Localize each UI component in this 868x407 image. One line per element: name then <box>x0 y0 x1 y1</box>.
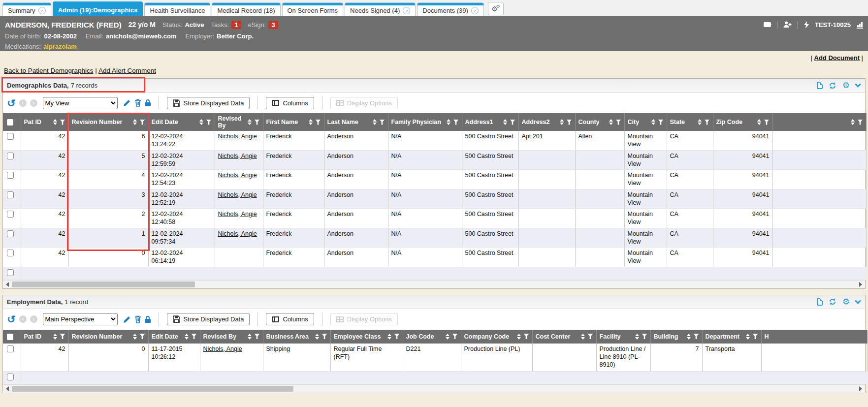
filter-icon[interactable] <box>658 120 664 125</box>
sort-icon[interactable] <box>248 334 252 340</box>
row-checkbox[interactable] <box>7 230 14 237</box>
row-checkbox[interactable] <box>7 250 14 256</box>
popout-icon[interactable]: ↗ <box>403 7 410 14</box>
scroll-right-button[interactable] <box>857 281 865 288</box>
video-camera-icon[interactable] <box>764 22 771 27</box>
horizontal-scrollbar[interactable] <box>3 280 865 288</box>
select-all-checkbox[interactable] <box>7 119 13 125</box>
revised-by-link[interactable]: Nichols, Angie <box>203 345 242 352</box>
filter-icon[interactable] <box>60 334 65 339</box>
sort-icon[interactable] <box>53 119 57 125</box>
lock-icon[interactable] <box>145 316 151 323</box>
add-alert-comment-link[interactable]: Add Alert Comment <box>98 67 156 74</box>
column-header-job-code[interactable]: Job Code <box>403 330 461 344</box>
filter-icon[interactable] <box>255 120 260 125</box>
tab-health-surveillance[interactable]: Health Surveillance <box>144 2 210 16</box>
sort-icon[interactable] <box>851 119 855 125</box>
column-header-facility[interactable]: Facility <box>596 330 650 344</box>
sort-icon[interactable] <box>315 334 319 340</box>
sort-icon[interactable] <box>687 334 691 340</box>
column-header-zip-code[interactable]: Zip Code <box>713 113 772 131</box>
new-row-checkbox[interactable] <box>7 269 14 276</box>
column-header-building[interactable]: Building <box>650 330 702 344</box>
column-header-revision-number[interactable]: Revision Number <box>68 113 148 131</box>
sort-icon[interactable] <box>133 119 137 125</box>
tab-medical-record-18[interactable]: Medical Record (18) <box>212 2 280 16</box>
new-document-icon[interactable] <box>817 82 823 89</box>
sort-icon[interactable] <box>517 334 521 340</box>
sort-icon[interactable] <box>581 334 585 340</box>
select-all-checkbox[interactable] <box>7 334 13 340</box>
filter-icon[interactable] <box>510 120 515 125</box>
revised-by-link[interactable]: Nichols, Angie <box>218 230 257 237</box>
scroll-right-button[interactable] <box>857 385 865 393</box>
row-checkbox[interactable] <box>7 153 14 159</box>
column-header-company-code[interactable]: Company Code <box>461 330 532 344</box>
filter-icon[interactable] <box>380 120 385 125</box>
filter-icon[interactable] <box>316 120 321 125</box>
filter-icon[interactable] <box>524 334 529 339</box>
filter-icon[interactable] <box>694 334 699 339</box>
sort-icon[interactable] <box>373 119 377 125</box>
column-header-revised-by[interactable]: Revised By <box>200 330 263 344</box>
column-header-address2[interactable]: Address2 <box>518 113 575 131</box>
sort-icon[interactable] <box>199 119 203 125</box>
sort-icon[interactable] <box>248 119 252 125</box>
sort-icon[interactable] <box>609 119 613 125</box>
scroll-thumb[interactable] <box>12 282 195 287</box>
row-checkbox[interactable] <box>7 191 14 198</box>
columns-button[interactable]: Columns <box>266 313 314 325</box>
next-view-icon[interactable]: › <box>30 315 37 323</box>
delete-trash-icon[interactable] <box>134 315 141 323</box>
column-header-cost-center[interactable]: Cost Center <box>532 330 596 344</box>
column-header-state[interactable]: State <box>667 113 713 131</box>
row-checkbox[interactable] <box>7 345 14 352</box>
column-header-edit-date[interactable]: Edit Date <box>148 113 215 131</box>
scroll-thumb[interactable] <box>12 386 293 392</box>
sort-icon[interactable] <box>447 119 450 125</box>
tab-on-screen-forms[interactable]: On Screen Forms <box>282 2 344 16</box>
revised-by-link[interactable]: Nichols, Angie <box>218 191 257 198</box>
filter-icon[interactable] <box>453 120 459 125</box>
edit-pencil-icon[interactable] <box>123 99 131 107</box>
filter-icon[interactable] <box>140 120 145 125</box>
revised-by-link[interactable]: Nichols, Angie <box>218 133 257 140</box>
filter-icon[interactable] <box>394 334 400 339</box>
new-document-icon[interactable] <box>817 298 823 306</box>
column-header-city[interactable]: City <box>624 113 667 131</box>
filter-icon[interactable] <box>60 120 65 125</box>
filter-icon[interactable] <box>452 334 458 339</box>
sort-icon[interactable] <box>560 119 564 125</box>
scroll-left-button[interactable] <box>3 281 11 288</box>
previous-view-icon[interactable]: ‹ <box>19 99 27 107</box>
column-header-extra[interactable] <box>772 113 866 131</box>
tab-documents-39[interactable]: Documents (39)↗ <box>417 2 483 16</box>
filter-icon[interactable] <box>764 120 770 125</box>
row-checkbox[interactable] <box>7 133 14 140</box>
column-header-first-name[interactable]: First Name <box>263 113 324 131</box>
filter-icon[interactable] <box>705 120 710 125</box>
sort-icon[interactable] <box>446 334 450 340</box>
filter-icon[interactable] <box>588 334 593 339</box>
column-header-address1[interactable]: Address1 <box>462 113 518 131</box>
row-checkbox[interactable] <box>7 211 14 218</box>
undo-icon[interactable]: ↺ <box>7 98 16 108</box>
sort-icon[interactable] <box>133 334 137 340</box>
edit-pencil-icon[interactable] <box>123 315 131 323</box>
columns-button[interactable]: Columns <box>266 97 314 109</box>
column-header-h[interactable]: H <box>761 330 867 344</box>
refresh-icon[interactable] <box>829 82 836 90</box>
sort-icon[interactable] <box>387 334 391 340</box>
column-header-revised-by[interactable]: Revised By <box>215 113 263 131</box>
lock-icon[interactable] <box>145 99 151 106</box>
lightning-icon[interactable] <box>804 21 809 29</box>
tab-admin-19-demographics[interactable]: Admin (19):Demographics <box>53 1 143 16</box>
previous-view-icon[interactable]: ‹ <box>19 315 27 323</box>
sort-icon[interactable] <box>651 119 655 125</box>
column-header-last-name[interactable]: Last Name <box>324 113 388 131</box>
column-header-pat-id[interactable]: Pat ID <box>21 330 68 344</box>
person-add-icon[interactable] <box>783 21 792 28</box>
undo-icon[interactable]: ↺ <box>7 314 16 324</box>
sort-icon[interactable] <box>635 334 639 340</box>
sort-icon[interactable] <box>503 119 507 125</box>
